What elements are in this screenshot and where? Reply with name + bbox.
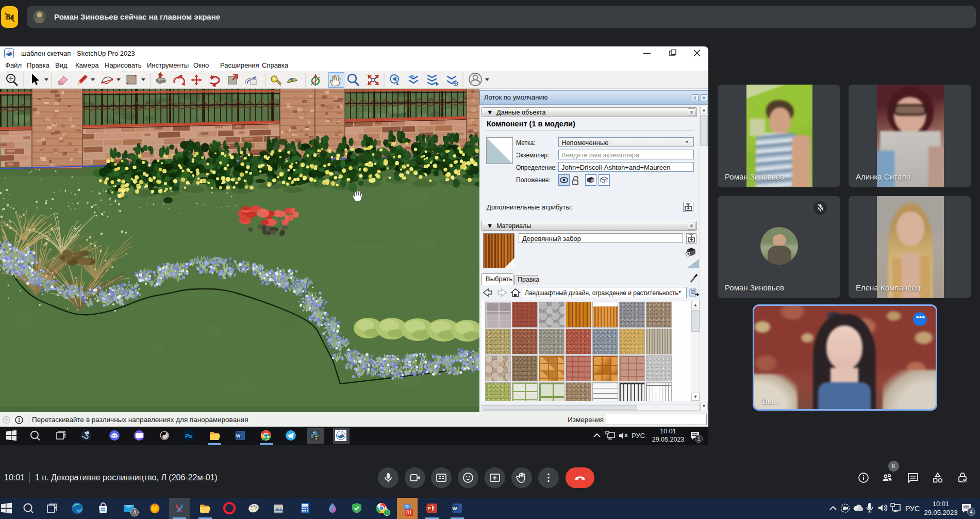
svg-text:P: P: [427, 506, 430, 511]
svg-text:W: W: [236, 433, 241, 439]
svg-text:W: W: [453, 506, 457, 511]
svg-text:Ps: Ps: [185, 433, 192, 439]
